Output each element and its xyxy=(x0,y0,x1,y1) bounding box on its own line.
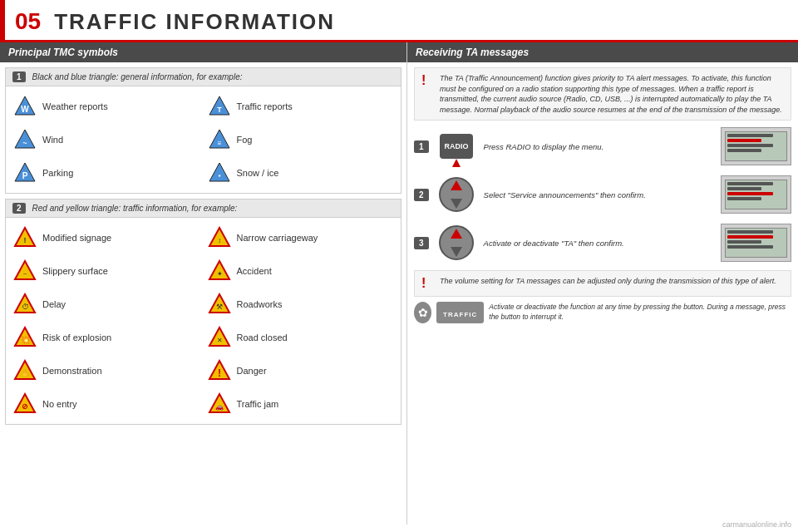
step-3-row: 3 Activate or deactivate "TA" then confi… xyxy=(414,222,791,264)
list-item: ⊘ No entry xyxy=(12,389,200,419)
svg-text:🚗: 🚗 xyxy=(215,402,224,411)
danger-icon: ! xyxy=(207,358,232,383)
list-item: ✕ Road closed xyxy=(207,323,395,352)
list-item: P Parking xyxy=(12,158,200,188)
tmc-box-1: 1 Black and blue triangle: general infor… xyxy=(5,67,401,194)
list-item: * Snow / ice xyxy=(207,158,395,188)
box2-grid: ! Modified signage ↕ Narrow carriageway xyxy=(6,218,401,424)
list-item: 🚗 Traffic jam xyxy=(207,389,395,419)
svg-text:T: T xyxy=(217,106,222,114)
left-section-header: Principal TMC symbols xyxy=(0,42,406,62)
gear-icon: ✿ xyxy=(414,302,431,323)
step-2-text: Select "Service announcements" then conf… xyxy=(484,190,714,200)
fog-label: Fog xyxy=(237,135,253,145)
modified-signage-label: Modified signage xyxy=(42,233,111,243)
risk-explosion-icon: 💥 xyxy=(12,325,37,350)
svg-text:↕: ↕ xyxy=(218,237,221,244)
wind-icon: ~ xyxy=(12,127,37,152)
box1-num: 1 xyxy=(12,71,26,82)
box2-header: 2 Red and yellow triangle: traffic infor… xyxy=(6,200,401,218)
page-header: 05 TRAFFIC INFORMATION xyxy=(0,0,798,42)
slippery-icon: ~ xyxy=(12,259,37,283)
step-2-num: 2 xyxy=(414,189,429,201)
slippery-label: Slippery surface xyxy=(42,266,108,276)
narrow-carriageway-label: Narrow carriageway xyxy=(237,233,318,243)
svg-text:W: W xyxy=(21,105,29,114)
step-3-text: Activate or deactivate "TA" then confirm… xyxy=(484,239,714,248)
info-box-1: ! The TA (Traffic Announcement) function… xyxy=(414,67,791,121)
weather-label: Weather reports xyxy=(42,101,108,111)
watermark: carmanualonline.info xyxy=(722,520,791,529)
list-item: ~ Wind xyxy=(12,125,200,155)
radio-button-visual: RADIO xyxy=(436,126,477,167)
narrow-carriageway-icon: ↕ xyxy=(207,225,232,250)
snow-icon: * xyxy=(207,160,232,185)
svg-text:✦: ✦ xyxy=(216,270,222,278)
list-item: ✦ Accident xyxy=(207,256,395,286)
road-closed-icon: ✕ xyxy=(207,325,232,350)
box1-grid: W Weather reports T Traffic reports xyxy=(6,86,401,193)
weather-icon: W xyxy=(12,94,37,119)
list-item: ~ Slippery surface xyxy=(12,256,200,286)
page-title: TRAFFIC INFORMATION xyxy=(54,9,335,35)
bottom-text: Activate or deactivate the function at a… xyxy=(489,303,791,323)
box1-header: 1 Black and blue triangle: general infor… xyxy=(6,68,401,86)
bottom-info-row: ✿ TRAFFIC Activate or deactivate the fun… xyxy=(414,302,791,323)
traffic-button-visual: TRAFFIC xyxy=(436,302,484,323)
svg-marker-38 xyxy=(452,159,461,167)
info-text-1: The TA (Traffic Announcement) function g… xyxy=(440,73,784,115)
accident-label: Accident xyxy=(237,266,272,276)
svg-text:~: ~ xyxy=(22,139,27,147)
svg-text:⚒: ⚒ xyxy=(216,303,223,311)
right-content: ! The TA (Traffic Announcement) function… xyxy=(407,62,798,328)
box2-num: 2 xyxy=(12,203,26,214)
no-entry-label: No entry xyxy=(42,399,77,409)
svg-text:RADIO: RADIO xyxy=(444,142,468,150)
accent-bar xyxy=(0,0,5,40)
svg-text:💥: 💥 xyxy=(21,335,31,345)
list-item: ✋ Demonstration xyxy=(12,356,200,386)
svg-text:⏱: ⏱ xyxy=(22,303,29,311)
chapter-number: 05 xyxy=(15,8,41,35)
list-item: 💥 Risk of explosion xyxy=(12,323,200,352)
info-box-2: ! The volume setting for TA messages can… xyxy=(414,270,791,297)
scroll-button-3-visual xyxy=(436,222,477,264)
right-panel: Receiving TA messages ! The TA (Traffic … xyxy=(407,42,798,525)
svg-text:!: ! xyxy=(24,236,27,244)
svg-text:≡: ≡ xyxy=(217,140,221,147)
step-3-num: 3 xyxy=(414,237,429,249)
list-item: W Weather reports xyxy=(12,91,200,121)
svg-text:✕: ✕ xyxy=(216,337,222,344)
traffic-jam-label: Traffic jam xyxy=(237,399,279,409)
svg-text:⊘: ⊘ xyxy=(22,402,28,411)
list-item: ≡ Fog xyxy=(207,125,395,155)
danger-label: Danger xyxy=(237,366,267,376)
tmc-box-2: 2 Red and yellow triangle: traffic infor… xyxy=(5,199,401,425)
modified-signage-icon: ! xyxy=(12,225,37,250)
scroll-button-2-visual xyxy=(436,174,477,215)
traffic-jam-icon: 🚗 xyxy=(207,392,232,416)
step-1-row: 1 RADIO Press RADIO to display the menu. xyxy=(414,126,791,167)
wind-label: Wind xyxy=(42,135,63,145)
step-2-screen xyxy=(721,175,791,214)
demonstration-icon: ✋ xyxy=(12,358,37,383)
step-1-screen xyxy=(721,127,791,165)
box2-desc: Red and yellow triangle: traffic informa… xyxy=(32,204,238,213)
roadworks-label: Roadworks xyxy=(237,299,283,309)
snow-label: Snow / ice xyxy=(237,168,279,178)
accident-icon: ✦ xyxy=(207,259,232,283)
step-2-row: 2 Select "Service announcements" then co… xyxy=(414,174,791,215)
list-item: ⏱ Delay xyxy=(12,289,200,319)
step-1-num: 1 xyxy=(414,140,429,153)
delay-label: Delay xyxy=(42,299,66,309)
list-item: ! Modified signage xyxy=(12,223,200,253)
list-item: ↕ Narrow carriageway xyxy=(207,223,395,253)
no-entry-icon: ⊘ xyxy=(12,392,37,416)
right-section-header: Receiving TA messages xyxy=(407,42,798,62)
info-text-2: The volume setting for TA messages can b… xyxy=(440,276,776,287)
traffic-reports-icon: T xyxy=(207,94,232,119)
road-closed-label: Road closed xyxy=(237,332,288,342)
svg-text:!: ! xyxy=(218,367,221,379)
box1-desc: Black and blue triangle: general informa… xyxy=(32,72,243,81)
list-item: ⚒ Roadworks xyxy=(207,289,395,319)
